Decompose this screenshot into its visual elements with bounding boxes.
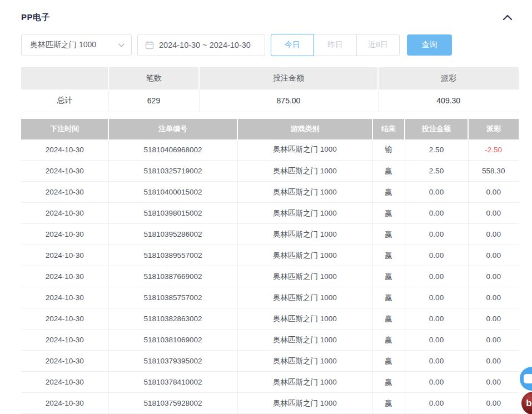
table-row: 2024-10-3051810406968002奥林匹斯之门 1000输2.50… xyxy=(21,139,519,161)
cell-game: 奥林匹斯之门 1000 xyxy=(237,393,372,414)
cell-result: 赢 xyxy=(372,372,405,393)
cell-bet-time: 2024-10-30 xyxy=(21,330,108,351)
cell-result: 赢 xyxy=(372,393,405,414)
cell-payout: 0.00 xyxy=(468,287,519,308)
cell-game: 奥林匹斯之门 1000 xyxy=(237,203,372,224)
cell-bet-amount: 0.00 xyxy=(405,203,468,224)
summary-total-count: 629 xyxy=(108,89,199,112)
table-row: 2024-10-3051810387669002奥林匹斯之门 1000赢0.00… xyxy=(21,266,519,287)
panel: PP电子 奥林匹斯之门 1000 2024-10-30 ~ 2024-10-30 xyxy=(0,11,532,414)
records-table: 下注时间 注单编号 游戏类别 结果 投注金额 派彩 2024-10-305181… xyxy=(21,119,519,414)
cell-bet-amount: 0.00 xyxy=(405,351,468,372)
cell-bet-time: 2024-10-30 xyxy=(21,139,108,161)
table-row: 2024-10-3051810325719002奥林匹斯之门 1000赢2.50… xyxy=(21,161,519,182)
cell-result: 赢 xyxy=(372,182,405,203)
table-row: 2024-10-3051810382863002奥林匹斯之门 1000赢0.00… xyxy=(21,308,519,330)
cell-bet-amount: 0.00 xyxy=(405,308,468,330)
summary-header-row: 笔数 投注金额 派彩 xyxy=(21,67,519,89)
table-row: 2024-10-3051810385757002奥林匹斯之门 1000赢0.00… xyxy=(21,287,519,308)
summary-total-payout: 409.30 xyxy=(378,89,519,112)
cell-payout: 0.00 xyxy=(468,393,519,414)
summary-total-label: 总计 xyxy=(21,89,108,112)
cell-order-no: 51810381069002 xyxy=(108,330,237,351)
col-result: 结果 xyxy=(372,119,405,139)
yesterday-button[interactable]: 昨日 xyxy=(314,34,357,56)
date-range-value: 2024-10-30 ~ 2024-10-30 xyxy=(159,41,251,49)
cell-result: 输 xyxy=(372,139,405,161)
cell-bet-time: 2024-10-30 xyxy=(21,245,108,266)
cell-game: 奥林匹斯之门 1000 xyxy=(237,308,372,330)
collapse-button[interactable] xyxy=(501,11,514,23)
cell-order-no: 51810375928002 xyxy=(108,393,237,414)
col-payout: 派彩 xyxy=(468,119,519,139)
date-range-picker[interactable]: 2024-10-30 ~ 2024-10-30 xyxy=(137,34,265,56)
cell-game: 奥林匹斯之门 1000 xyxy=(237,287,372,308)
game-select-value: 奥林匹斯之门 1000 xyxy=(30,40,96,50)
table-row: 2024-10-3051810400015002奥林匹斯之门 1000赢0.00… xyxy=(21,182,519,203)
cell-bet-amount: 2.50 xyxy=(405,161,468,182)
col-order-no: 注单编号 xyxy=(108,119,237,139)
cell-order-no: 51810395286002 xyxy=(108,224,237,245)
cell-bet-amount: 0.00 xyxy=(405,287,468,308)
cell-game: 奥林匹斯之门 1000 xyxy=(237,161,372,182)
cell-payout: 0.00 xyxy=(468,245,519,266)
cell-bet-time: 2024-10-30 xyxy=(21,203,108,224)
cell-result: 赢 xyxy=(372,245,405,266)
cell-order-no: 51810387669002 xyxy=(108,266,237,287)
table-row: 2024-10-3051810375928002奥林匹斯之门 1000赢0.00… xyxy=(21,393,519,414)
game-select[interactable]: 奥林匹斯之门 1000 xyxy=(21,34,132,56)
cell-order-no: 51810398015002 xyxy=(108,203,237,224)
cell-game: 奥林匹斯之门 1000 xyxy=(237,182,372,203)
panel-header: PP电子 xyxy=(21,11,519,23)
cell-order-no: 51810379395002 xyxy=(108,351,237,372)
summary-total-bet-amount: 875.00 xyxy=(199,89,378,112)
summary-col-blank xyxy=(21,67,108,89)
summary-col-bet-amount: 投注金额 xyxy=(199,67,378,89)
chat-bubble-icon xyxy=(524,374,532,383)
calendar-icon xyxy=(145,41,154,49)
cell-bet-amount: 0.00 xyxy=(405,372,468,393)
cell-payout: 0.00 xyxy=(468,182,519,203)
cell-payout: 0.00 xyxy=(468,224,519,245)
col-bet-time: 下注时间 xyxy=(21,119,108,139)
table-row: 2024-10-3051810381069002奥林匹斯之门 1000赢0.00… xyxy=(21,330,519,351)
cell-bet-amount: 0.00 xyxy=(405,330,468,351)
cell-result: 赢 xyxy=(372,161,405,182)
summary-table: 笔数 投注金额 派彩 总计 629 875.00 409.30 xyxy=(21,67,519,112)
cell-bet-time: 2024-10-30 xyxy=(21,308,108,330)
summary-col-count: 笔数 xyxy=(108,67,199,89)
cell-payout: -2.50 xyxy=(468,139,519,161)
table-row: 2024-10-3051810378410002奥林匹斯之门 1000赢0.00… xyxy=(21,372,519,393)
summary-total-row: 总计 629 875.00 409.30 xyxy=(21,89,519,112)
cell-game: 奥林匹斯之门 1000 xyxy=(237,245,372,266)
cell-order-no: 51810389557002 xyxy=(108,245,237,266)
cell-bet-amount: 0.00 xyxy=(405,182,468,203)
cell-result: 赢 xyxy=(372,224,405,245)
cell-bet-time: 2024-10-30 xyxy=(21,182,108,203)
cell-result: 赢 xyxy=(372,203,405,224)
col-bet-amount: 投注金额 xyxy=(405,119,468,139)
today-button[interactable]: 今日 xyxy=(271,34,314,56)
cell-game: 奥林匹斯之门 1000 xyxy=(237,139,372,161)
records-body: 2024-10-3051810406968002奥林匹斯之门 1000输2.50… xyxy=(21,139,519,414)
cell-game: 奥林匹斯之门 1000 xyxy=(237,330,372,351)
page-title: PP电子 xyxy=(21,12,50,23)
cell-order-no: 51810325719002 xyxy=(108,161,237,182)
cell-bet-amount: 0.00 xyxy=(405,266,468,287)
query-button[interactable]: 查询 xyxy=(407,34,452,56)
cell-order-no: 51810378410002 xyxy=(108,372,237,393)
last-8-days-button[interactable]: 近8日 xyxy=(356,34,400,56)
cell-payout: 0.00 xyxy=(468,203,519,224)
browser-logo-letter: b xyxy=(526,398,531,409)
cell-bet-time: 2024-10-30 xyxy=(21,393,108,414)
cell-bet-amount: 0.00 xyxy=(405,393,468,414)
cell-bet-amount: 0.00 xyxy=(405,245,468,266)
cell-payout: 0.00 xyxy=(468,308,519,330)
col-game: 游戏类别 xyxy=(237,119,372,139)
cell-bet-amount: 2.50 xyxy=(405,139,468,161)
cell-order-no: 51810385757002 xyxy=(108,287,237,308)
cell-order-no: 51810406968002 xyxy=(108,139,237,161)
filter-controls: 奥林匹斯之门 1000 2024-10-30 ~ 2024-10-30 今日 昨… xyxy=(21,34,519,56)
cell-result: 赢 xyxy=(372,266,405,287)
cell-game: 奥林匹斯之门 1000 xyxy=(237,224,372,245)
